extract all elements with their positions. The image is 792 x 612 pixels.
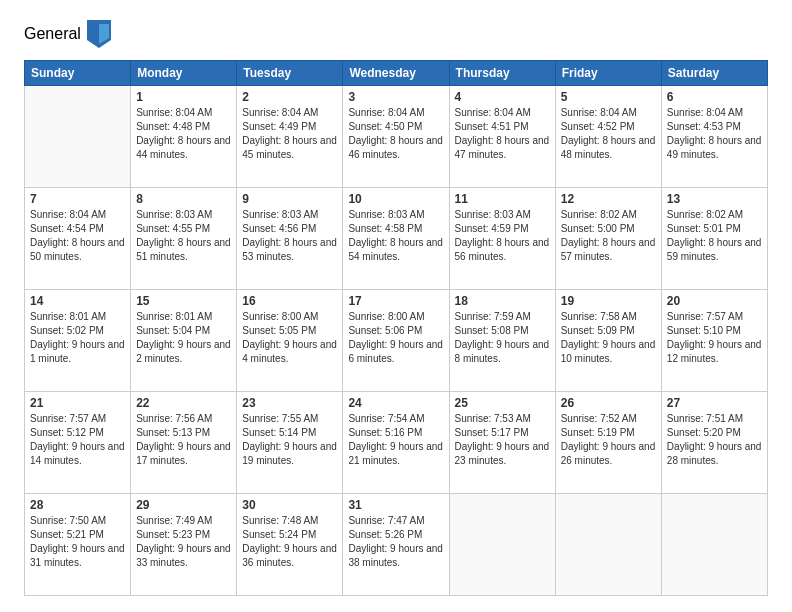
weekday-wednesday: Wednesday	[343, 61, 449, 86]
day-number: 20	[667, 294, 762, 308]
calendar-cell: 5Sunrise: 8:04 AMSunset: 4:52 PMDaylight…	[555, 86, 661, 188]
calendar-cell: 7Sunrise: 8:04 AMSunset: 4:54 PMDaylight…	[25, 188, 131, 290]
weekday-friday: Friday	[555, 61, 661, 86]
calendar-cell: 21Sunrise: 7:57 AMSunset: 5:12 PMDayligh…	[25, 392, 131, 494]
day-number: 7	[30, 192, 125, 206]
day-info: Sunrise: 8:03 AMSunset: 4:58 PMDaylight:…	[348, 208, 443, 264]
week-row-2: 14Sunrise: 8:01 AMSunset: 5:02 PMDayligh…	[25, 290, 768, 392]
day-number: 15	[136, 294, 231, 308]
day-info: Sunrise: 8:04 AMSunset: 4:54 PMDaylight:…	[30, 208, 125, 264]
day-number: 30	[242, 498, 337, 512]
day-info: Sunrise: 7:49 AMSunset: 5:23 PMDaylight:…	[136, 514, 231, 570]
day-number: 22	[136, 396, 231, 410]
calendar-cell: 19Sunrise: 7:58 AMSunset: 5:09 PMDayligh…	[555, 290, 661, 392]
day-number: 19	[561, 294, 656, 308]
logo-general: General	[24, 25, 81, 43]
day-number: 10	[348, 192, 443, 206]
day-info: Sunrise: 8:04 AMSunset: 4:52 PMDaylight:…	[561, 106, 656, 162]
weekday-saturday: Saturday	[661, 61, 767, 86]
calendar-cell: 28Sunrise: 7:50 AMSunset: 5:21 PMDayligh…	[25, 494, 131, 596]
weekday-row: SundayMondayTuesdayWednesdayThursdayFrid…	[25, 61, 768, 86]
day-number: 8	[136, 192, 231, 206]
day-number: 3	[348, 90, 443, 104]
page: General SundayMondayTuesdayWednesdayThur…	[0, 0, 792, 612]
day-info: Sunrise: 8:01 AMSunset: 5:04 PMDaylight:…	[136, 310, 231, 366]
day-info: Sunrise: 7:58 AMSunset: 5:09 PMDaylight:…	[561, 310, 656, 366]
day-info: Sunrise: 7:51 AMSunset: 5:20 PMDaylight:…	[667, 412, 762, 468]
day-number: 2	[242, 90, 337, 104]
calendar-cell: 15Sunrise: 8:01 AMSunset: 5:04 PMDayligh…	[131, 290, 237, 392]
day-number: 4	[455, 90, 550, 104]
week-row-0: 1Sunrise: 8:04 AMSunset: 4:48 PMDaylight…	[25, 86, 768, 188]
day-number: 5	[561, 90, 656, 104]
day-number: 14	[30, 294, 125, 308]
day-number: 11	[455, 192, 550, 206]
logo: General	[24, 20, 111, 48]
week-row-3: 21Sunrise: 7:57 AMSunset: 5:12 PMDayligh…	[25, 392, 768, 494]
day-number: 18	[455, 294, 550, 308]
logo-text: General	[24, 25, 81, 43]
day-info: Sunrise: 7:59 AMSunset: 5:08 PMDaylight:…	[455, 310, 550, 366]
day-info: Sunrise: 7:57 AMSunset: 5:12 PMDaylight:…	[30, 412, 125, 468]
calendar-cell: 27Sunrise: 7:51 AMSunset: 5:20 PMDayligh…	[661, 392, 767, 494]
calendar-cell: 24Sunrise: 7:54 AMSunset: 5:16 PMDayligh…	[343, 392, 449, 494]
day-info: Sunrise: 8:00 AMSunset: 5:05 PMDaylight:…	[242, 310, 337, 366]
calendar-cell: 2Sunrise: 8:04 AMSunset: 4:49 PMDaylight…	[237, 86, 343, 188]
calendar-cell	[661, 494, 767, 596]
day-number: 27	[667, 396, 762, 410]
calendar-cell: 1Sunrise: 8:04 AMSunset: 4:48 PMDaylight…	[131, 86, 237, 188]
day-number: 1	[136, 90, 231, 104]
header: General	[24, 20, 768, 48]
day-info: Sunrise: 8:03 AMSunset: 4:55 PMDaylight:…	[136, 208, 231, 264]
calendar-cell: 17Sunrise: 8:00 AMSunset: 5:06 PMDayligh…	[343, 290, 449, 392]
weekday-sunday: Sunday	[25, 61, 131, 86]
day-info: Sunrise: 7:53 AMSunset: 5:17 PMDaylight:…	[455, 412, 550, 468]
calendar-cell	[25, 86, 131, 188]
calendar-cell: 3Sunrise: 8:04 AMSunset: 4:50 PMDaylight…	[343, 86, 449, 188]
calendar: SundayMondayTuesdayWednesdayThursdayFrid…	[24, 60, 768, 596]
day-number: 28	[30, 498, 125, 512]
calendar-cell: 11Sunrise: 8:03 AMSunset: 4:59 PMDayligh…	[449, 188, 555, 290]
day-info: Sunrise: 8:04 AMSunset: 4:50 PMDaylight:…	[348, 106, 443, 162]
day-info: Sunrise: 8:04 AMSunset: 4:51 PMDaylight:…	[455, 106, 550, 162]
day-info: Sunrise: 8:01 AMSunset: 5:02 PMDaylight:…	[30, 310, 125, 366]
calendar-cell: 18Sunrise: 7:59 AMSunset: 5:08 PMDayligh…	[449, 290, 555, 392]
day-info: Sunrise: 8:04 AMSunset: 4:49 PMDaylight:…	[242, 106, 337, 162]
week-row-4: 28Sunrise: 7:50 AMSunset: 5:21 PMDayligh…	[25, 494, 768, 596]
week-row-1: 7Sunrise: 8:04 AMSunset: 4:54 PMDaylight…	[25, 188, 768, 290]
calendar-cell	[449, 494, 555, 596]
calendar-cell: 30Sunrise: 7:48 AMSunset: 5:24 PMDayligh…	[237, 494, 343, 596]
day-number: 23	[242, 396, 337, 410]
day-number: 16	[242, 294, 337, 308]
calendar-cell: 16Sunrise: 8:00 AMSunset: 5:05 PMDayligh…	[237, 290, 343, 392]
calendar-cell: 23Sunrise: 7:55 AMSunset: 5:14 PMDayligh…	[237, 392, 343, 494]
calendar-cell: 25Sunrise: 7:53 AMSunset: 5:17 PMDayligh…	[449, 392, 555, 494]
day-info: Sunrise: 7:48 AMSunset: 5:24 PMDaylight:…	[242, 514, 337, 570]
day-info: Sunrise: 7:55 AMSunset: 5:14 PMDaylight:…	[242, 412, 337, 468]
calendar-cell: 26Sunrise: 7:52 AMSunset: 5:19 PMDayligh…	[555, 392, 661, 494]
day-number: 13	[667, 192, 762, 206]
logo-icon	[87, 20, 111, 48]
day-number: 21	[30, 396, 125, 410]
day-info: Sunrise: 7:57 AMSunset: 5:10 PMDaylight:…	[667, 310, 762, 366]
calendar-cell: 9Sunrise: 8:03 AMSunset: 4:56 PMDaylight…	[237, 188, 343, 290]
day-number: 6	[667, 90, 762, 104]
calendar-cell: 6Sunrise: 8:04 AMSunset: 4:53 PMDaylight…	[661, 86, 767, 188]
calendar-cell: 20Sunrise: 7:57 AMSunset: 5:10 PMDayligh…	[661, 290, 767, 392]
day-info: Sunrise: 7:47 AMSunset: 5:26 PMDaylight:…	[348, 514, 443, 570]
calendar-cell: 13Sunrise: 8:02 AMSunset: 5:01 PMDayligh…	[661, 188, 767, 290]
calendar-cell: 31Sunrise: 7:47 AMSunset: 5:26 PMDayligh…	[343, 494, 449, 596]
calendar-body: 1Sunrise: 8:04 AMSunset: 4:48 PMDaylight…	[25, 86, 768, 596]
day-info: Sunrise: 7:54 AMSunset: 5:16 PMDaylight:…	[348, 412, 443, 468]
calendar-header: SundayMondayTuesdayWednesdayThursdayFrid…	[25, 61, 768, 86]
day-info: Sunrise: 8:03 AMSunset: 4:59 PMDaylight:…	[455, 208, 550, 264]
calendar-cell: 10Sunrise: 8:03 AMSunset: 4:58 PMDayligh…	[343, 188, 449, 290]
day-info: Sunrise: 7:50 AMSunset: 5:21 PMDaylight:…	[30, 514, 125, 570]
day-info: Sunrise: 8:03 AMSunset: 4:56 PMDaylight:…	[242, 208, 337, 264]
calendar-cell: 14Sunrise: 8:01 AMSunset: 5:02 PMDayligh…	[25, 290, 131, 392]
day-info: Sunrise: 8:02 AMSunset: 5:01 PMDaylight:…	[667, 208, 762, 264]
weekday-thursday: Thursday	[449, 61, 555, 86]
calendar-cell	[555, 494, 661, 596]
day-number: 17	[348, 294, 443, 308]
day-number: 24	[348, 396, 443, 410]
